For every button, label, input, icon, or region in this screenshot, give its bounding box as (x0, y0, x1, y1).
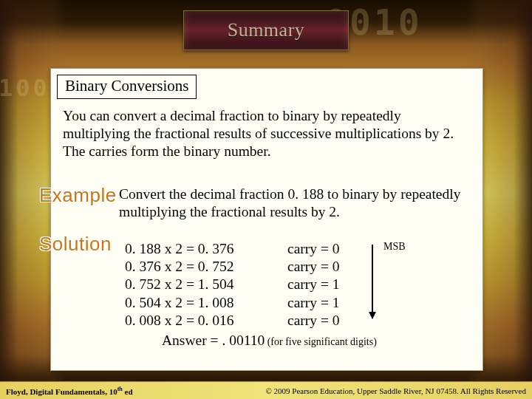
footer-right: © 2009 Pearson Education, Upper Saddle R… (265, 386, 526, 395)
carry-row: carry = 0 (287, 258, 340, 276)
answer-value: . 00110 (222, 332, 265, 348)
carry-block: carry = 0 carry = 0 carry = 1 carry = 1 … (287, 240, 340, 330)
section-heading: Binary Conversions (57, 75, 197, 99)
calc-row: 0. 752 x 2 = 1. 504 (125, 276, 234, 293)
slide-title: Summary (228, 19, 305, 41)
answer-prefix: Answer = (162, 332, 222, 348)
title-banner: Summary (183, 10, 349, 50)
footer-bar: Floyd, Digital Fundamentals, 10th ed © 2… (0, 381, 532, 399)
footer-left: Floyd, Digital Fundamentals, 10th ed (6, 386, 133, 396)
solution-label: Solution (39, 233, 112, 256)
calc-row: 0. 008 x 2 = 0. 016 (125, 312, 234, 330)
carry-row: carry = 1 (287, 294, 340, 312)
carry-row: carry = 1 (287, 276, 340, 293)
content-card: Binary Conversions You can convert a dec… (50, 68, 483, 371)
calc-row: 0. 504 x 2 = 1. 008 (125, 294, 234, 312)
calculation-block: 0. 188 x 2 = 0. 376 0. 376 x 2 = 0. 752 … (125, 240, 234, 330)
calc-row: 0. 188 x 2 = 0. 376 (125, 240, 234, 258)
carry-row: carry = 0 (287, 240, 340, 258)
answer-line: Answer = . 00110 (for five significant d… (162, 332, 377, 349)
answer-note: (for five significant digits) (265, 336, 377, 347)
down-arrow-icon (372, 245, 373, 318)
example-text: Convert the decimal fraction 0. 188 to b… (119, 185, 469, 221)
msb-label: MSB (383, 241, 406, 253)
intro-text: You can convert a decimal fraction to bi… (63, 107, 469, 160)
example-label: Example (39, 184, 117, 207)
carry-row: carry = 0 (287, 312, 340, 330)
calc-row: 0. 376 x 2 = 0. 752 (125, 258, 234, 276)
